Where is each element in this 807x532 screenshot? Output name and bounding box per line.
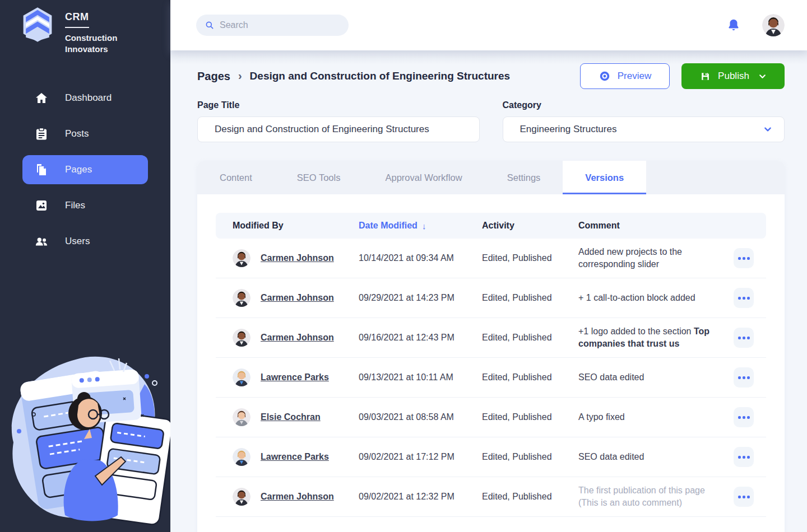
activity-cell: Edited, Published	[482, 372, 578, 382]
comment-bold-text: Top companies that trust us	[578, 326, 709, 348]
breadcrumb: Pages › Design and Construction of Engin…	[197, 70, 510, 83]
save-icon	[700, 71, 711, 82]
activity-cell: Edited, Published	[482, 253, 578, 263]
activity-cell: Edited, Published	[482, 333, 578, 343]
comment-cell: +1 logo added to the section Top compani…	[578, 325, 734, 349]
modified-by-cell: Carmen Johnson	[233, 329, 359, 347]
sidebar-item-users[interactable]: Users	[22, 227, 148, 256]
publish-button[interactable]: Publish	[681, 63, 785, 89]
column-header-modified-by[interactable]: Modified By	[233, 221, 359, 231]
table-row: Carmen Johnson 09/29/2021 at 14:23 PM Ed…	[216, 278, 766, 318]
date-modified-cell: 10/14/2021 at 09:34 AM	[359, 253, 482, 263]
row-menu-button[interactable]	[734, 447, 754, 467]
activity-cell: Edited, Published	[482, 293, 578, 303]
tab-content[interactable]: Content	[197, 161, 275, 194]
modified-by-link[interactable]: Carmen Johnson	[261, 253, 334, 263]
sidebar-item-files[interactable]: Files	[22, 191, 148, 220]
page-title-input[interactable]	[197, 116, 480, 142]
preview-button-label: Preview	[618, 71, 651, 82]
search-box[interactable]	[196, 15, 349, 36]
app-logo: CRM Construction Innovators	[0, 0, 170, 54]
modified-by-cell: Lawrence Parks	[233, 368, 359, 386]
breadcrumb-separator-icon: ›	[238, 69, 242, 82]
eye-icon	[599, 70, 611, 82]
row-menu-button[interactable]	[734, 487, 754, 507]
tab-approval-workflow[interactable]: Approval Workflow	[363, 161, 484, 194]
table-header: Modified By Date Modified ↓ Activity Com…	[216, 213, 766, 239]
publish-button-label: Publish	[718, 71, 749, 82]
logo-title: CRM	[65, 11, 89, 28]
row-avatar	[233, 289, 251, 307]
logo-subtitle-line2: Innovators	[65, 44, 117, 55]
modified-by-cell: Carmen Johnson	[233, 488, 359, 506]
modified-by-link[interactable]: Lawrence Parks	[261, 452, 329, 462]
logo-subtitle-line1: Construction	[65, 32, 117, 44]
modified-by-link[interactable]: Elsie Cochran	[261, 412, 321, 422]
sidebar-item-dashboard[interactable]: Dashboard	[22, 83, 148, 113]
sidebar-item-posts[interactable]: Posts	[22, 119, 148, 148]
modified-by-link[interactable]: Carmen Johnson	[261, 293, 334, 303]
crm-logo-icon	[21, 7, 54, 43]
tab-versions[interactable]: Versions	[563, 161, 646, 194]
modified-by-link[interactable]: Lawrence Parks	[261, 372, 329, 382]
comment-cell: + 1 call-to-action block added	[578, 292, 734, 304]
table-row: Carmen Johnson 09/02/2021 at 12:32 PM Ed…	[216, 477, 766, 517]
sort-descending-icon: ↓	[422, 221, 426, 231]
column-header-activity[interactable]: Activity	[482, 221, 578, 231]
date-modified-cell: 09/13/2021 at 10:11 AM	[359, 372, 482, 382]
search-input[interactable]	[220, 20, 340, 30]
modified-by-cell: Elsie Cochran	[233, 408, 359, 426]
sidebar-item-label: Users	[65, 236, 90, 247]
notification-bell-icon[interactable]	[726, 18, 741, 32]
modified-by-link[interactable]: Carmen Johnson	[261, 333, 334, 343]
tab-settings[interactable]: Settings	[485, 161, 563, 194]
user-avatar[interactable]	[762, 14, 785, 36]
users-icon	[35, 235, 48, 248]
row-avatar	[233, 329, 251, 347]
table-row: Lawrence Parks 09/02/2021 at 17:12 PM Ed…	[216, 437, 766, 477]
table-row: Carmen Johnson 10/14/2021 at 09:34 AM Ed…	[216, 239, 766, 278]
row-menu-button[interactable]	[734, 367, 754, 388]
pages-icon	[35, 163, 48, 176]
date-modified-cell: 09/16/2021 at 12:43 PM	[359, 333, 482, 343]
row-avatar	[233, 249, 251, 267]
page-title-label: Page Title	[197, 100, 480, 110]
column-header-comment[interactable]: Comment	[578, 221, 734, 231]
row-avatar	[233, 368, 251, 386]
modified-by-link[interactable]: Carmen Johnson	[261, 492, 334, 502]
comment-cell: A typo fixed	[578, 411, 734, 423]
row-avatar	[233, 448, 251, 466]
files-icon	[35, 199, 48, 212]
table-row: Carmen Johnson 09/16/2021 at 12:43 PM Ed…	[216, 318, 766, 358]
row-menu-button[interactable]	[734, 407, 754, 427]
sidebar-item-label: Dashboard	[65, 92, 112, 104]
page-content: Pages › Design and Construction of Engin…	[170, 50, 807, 532]
search-icon	[205, 20, 214, 30]
posts-icon	[35, 127, 48, 141]
breadcrumb-root[interactable]: Pages	[197, 70, 230, 83]
row-menu-button[interactable]	[734, 328, 754, 348]
row-menu-button[interactable]	[734, 248, 754, 268]
preview-button[interactable]: Preview	[580, 63, 670, 89]
date-modified-cell: 09/02/2021 at 17:12 PM	[359, 452, 482, 462]
sidebar-illustration	[0, 347, 170, 532]
comment-cell: The first publication of this page (This…	[578, 484, 734, 508]
sidebar-item-pages[interactable]: Pages	[22, 155, 148, 184]
sidebar-item-label: Pages	[65, 164, 92, 175]
sidebar-item-label: Posts	[65, 128, 89, 139]
breadcrumb-current: Design and Construction of Engineering S…	[250, 70, 510, 82]
tabs: ContentSEO ToolsApproval WorkflowSetting…	[197, 161, 785, 194]
row-avatar	[233, 488, 251, 506]
sidebar-nav: DashboardPostsPagesFilesUsers	[0, 83, 170, 256]
comment-cell: SEO data edited	[578, 451, 734, 463]
comment-cell: Added new projects to the corresponding …	[578, 246, 734, 270]
column-header-date-modified[interactable]: Date Modified ↓	[359, 221, 482, 231]
chevron-down-icon	[764, 125, 772, 133]
activity-cell: Edited, Published	[482, 452, 578, 462]
row-menu-button[interactable]	[734, 288, 754, 308]
row-avatar	[233, 408, 251, 426]
tab-seo-tools[interactable]: SEO Tools	[275, 161, 363, 194]
category-select[interactable]: Engineering Structures	[503, 116, 785, 142]
activity-cell: Edited, Published	[482, 412, 578, 422]
chevron-down-icon	[759, 73, 766, 80]
